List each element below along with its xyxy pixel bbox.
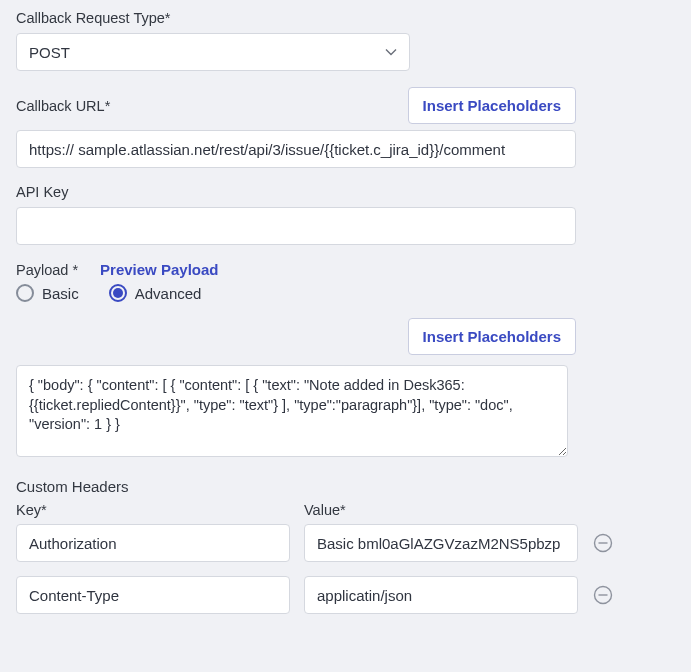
minus-circle-icon <box>593 533 613 553</box>
radio-checked-icon <box>109 284 127 302</box>
header-value-input[interactable] <box>304 524 578 562</box>
caret-down-icon <box>385 48 397 56</box>
payload-advanced-label: Advanced <box>135 285 202 302</box>
payload-radio-advanced[interactable]: Advanced <box>109 284 202 302</box>
payload-label: Payload * <box>16 262 78 278</box>
callback-url-label: Callback URL* <box>16 98 110 114</box>
payload-basic-label: Basic <box>42 285 79 302</box>
minus-circle-icon <box>593 585 613 605</box>
callback-type-label: Callback Request Type* <box>16 10 675 26</box>
callback-type-value: POST <box>29 44 70 61</box>
payload-radio-basic[interactable]: Basic <box>16 284 79 302</box>
api-key-label: API Key <box>16 184 675 200</box>
header-key-input[interactable] <box>16 576 290 614</box>
custom-headers-label: Custom Headers <box>16 478 675 495</box>
radio-icon <box>16 284 34 302</box>
insert-placeholders-button-payload[interactable]: Insert Placeholders <box>408 318 576 355</box>
remove-header-button[interactable] <box>592 532 614 554</box>
callback-type-select[interactable]: POST <box>16 33 410 71</box>
header-value-label: Value* <box>304 502 578 518</box>
api-key-input[interactable] <box>16 207 576 245</box>
header-key-label: Key* <box>16 502 290 518</box>
preview-payload-link[interactable]: Preview Payload <box>100 261 218 278</box>
header-key-input[interactable] <box>16 524 290 562</box>
insert-placeholders-button-url[interactable]: Insert Placeholders <box>408 87 576 124</box>
custom-header-row <box>16 524 675 562</box>
callback-url-input[interactable] <box>16 130 576 168</box>
header-value-input[interactable] <box>304 576 578 614</box>
custom-header-row <box>16 576 675 614</box>
remove-header-button[interactable] <box>592 584 614 606</box>
payload-body-textarea[interactable] <box>16 365 568 457</box>
